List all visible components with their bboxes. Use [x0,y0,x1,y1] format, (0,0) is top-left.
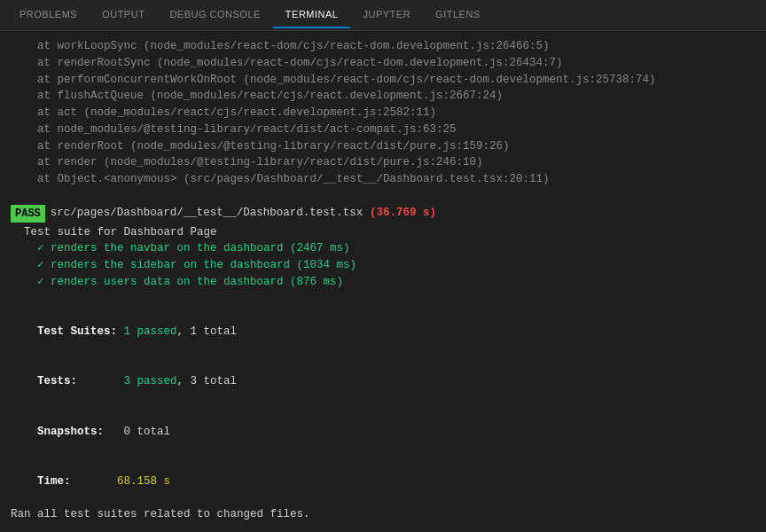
stack-line: at node_modules/@testing-library/react/d… [11,121,755,138]
summary-snapshots: Snapshots: 0 total [11,407,755,457]
tab-problems[interactable]: PROBLEMS [7,2,90,28]
pass-time: (36.769 s) [370,205,436,222]
stack-line: at renderRootSync (node_modules/react-do… [11,55,755,72]
stack-line: at Object.<anonymous> (src/pages/Dashboa… [11,171,755,188]
pass-badge: PASS [11,205,45,223]
test-result-3: ✓ renders users data on the dashboard (8… [11,274,755,291]
terminal-body[interactable]: at workLoopSync (node_modules/react-dom/… [0,31,766,532]
tab-debug-console[interactable]: DEBUG CONSOLE [157,2,272,28]
stack-line: at act (node_modules/react/cjs/react.dev… [11,105,755,121]
tab-jupyter[interactable]: JUPYTER [350,2,423,28]
test-result-1: ✓ renders the navbar on the dashboard (2… [11,240,755,257]
pass-result-line: PASS src/pages/Dashboard/__test__/Dashbo… [11,205,755,223]
test-suite-label: Test suite for Dashboard Page [11,224,755,241]
stack-line: at renderRoot (node_modules/@testing-lib… [11,138,755,155]
pass-file: src/pages/Dashboard/__test__/Dashboard.t… [51,205,370,222]
stack-line: at render (node_modules/@testing-library… [11,154,755,171]
summary-suites: Test Suites: 1 passed, 1 total [11,307,755,356]
stack-line: at performConcurrentWorkOnRoot (node_mod… [11,72,755,89]
tab-output[interactable]: OUTPUT [90,2,157,28]
stack-line: at workLoopSync (node_modules/react-dom/… [11,38,755,55]
stack-line: at flushActQueue (node_modules/react/cjs… [11,88,755,105]
summary-tests: Tests: 3 passed, 3 total [11,357,755,407]
tab-bar: PROBLEMS OUTPUT DEBUG CONSOLE TERMINAL J… [0,0,766,31]
tab-terminal[interactable]: TERMINAL [273,2,351,28]
test-result-2: ✓ renders the sidebar on the dashboard (… [11,257,755,274]
summary-time: Time: 68.158 s [11,457,755,506]
tab-gitlens[interactable]: GITLENS [423,2,493,28]
summary-ran: Ran all test suites related to changed f… [11,506,755,523]
